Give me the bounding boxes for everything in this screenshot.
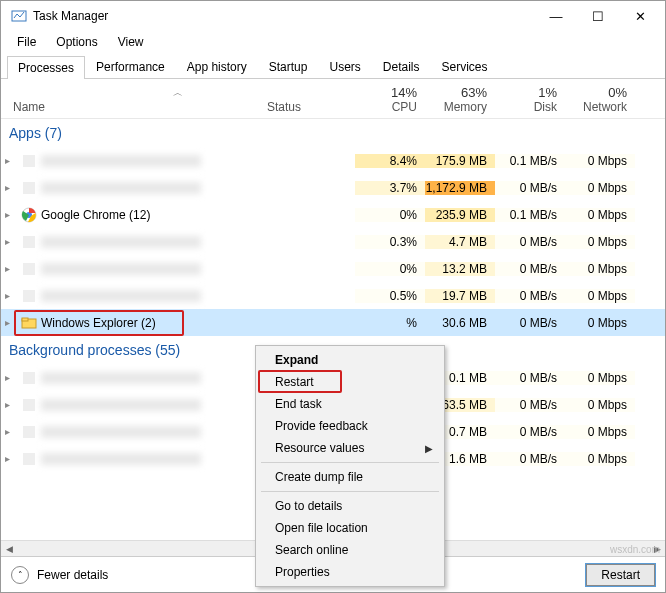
tab-details[interactable]: Details	[372, 55, 431, 78]
table-row[interactable]: ▸0%13.2 MB0 MB/s0 Mbps	[1, 255, 665, 282]
cell-memory: 1,172.9 MB	[425, 181, 495, 195]
cell-memory: 13.2 MB	[425, 262, 495, 276]
explorer-icon	[21, 315, 37, 331]
menu-item-provide-feedback[interactable]: Provide feedback	[259, 415, 441, 437]
generic-icon	[21, 180, 37, 196]
svg-rect-2	[23, 182, 35, 194]
process-name-blurred	[41, 426, 201, 438]
cell-network: 0 Mbps	[565, 262, 635, 276]
process-name-blurred	[41, 399, 201, 411]
chevron-right-icon[interactable]: ▸	[5, 399, 17, 410]
menu-item-end-task[interactable]: End task	[259, 393, 441, 415]
titlebar[interactable]: Task Manager — ☐ ✕	[1, 1, 665, 31]
generic-icon	[21, 370, 37, 386]
menu-item-expand[interactable]: Expand	[259, 349, 441, 371]
close-button[interactable]: ✕	[619, 2, 661, 30]
menu-item-properties[interactable]: Properties	[259, 561, 441, 583]
chevron-right-icon[interactable]: ▸	[5, 317, 17, 328]
column-network[interactable]: 0% Network	[565, 85, 635, 118]
table-row[interactable]: ▸0.3%4.7 MB0 MB/s0 Mbps	[1, 228, 665, 255]
cell-disk: 0.1 MB/s	[495, 154, 565, 168]
cell-network: 0 Mbps	[565, 425, 635, 439]
cell-cpu: 3.7%	[355, 181, 425, 195]
menu-item-go-to-details[interactable]: Go to details	[259, 495, 441, 517]
chevron-right-icon[interactable]: ▸	[5, 209, 17, 220]
svg-rect-6	[23, 263, 35, 275]
cell-cpu: 0%	[355, 262, 425, 276]
chevron-right-icon[interactable]: ▸	[5, 372, 17, 383]
column-status[interactable]: Status	[261, 100, 355, 118]
chevron-right-icon[interactable]: ▸	[5, 236, 17, 247]
tab-users[interactable]: Users	[318, 55, 371, 78]
cell-cpu: 0.5%	[355, 289, 425, 303]
submenu-arrow-icon: ▶	[425, 443, 433, 454]
chevron-right-icon[interactable]: ▸	[5, 290, 17, 301]
cell-disk: 0 MB/s	[495, 398, 565, 412]
menu-item-create-dump-file[interactable]: Create dump file	[259, 466, 441, 488]
chevron-right-icon[interactable]: ▸	[5, 182, 17, 193]
chevron-right-icon[interactable]: ▸	[5, 426, 17, 437]
table-row[interactable]: ▸Windows Explorer (2)%30.6 MB0 MB/s0 Mbp…	[1, 309, 665, 336]
table-row[interactable]: ▸0.5%19.7 MB0 MB/s0 Mbps	[1, 282, 665, 309]
fewer-details-button[interactable]: ˄ Fewer details	[11, 566, 108, 584]
maximize-button[interactable]: ☐	[577, 2, 619, 30]
menu-view[interactable]: View	[110, 33, 152, 51]
chevron-right-icon[interactable]: ▸	[5, 155, 17, 166]
cell-memory: 4.7 MB	[425, 235, 495, 249]
menu-item-open-file-location[interactable]: Open file location	[259, 517, 441, 539]
process-name-blurred	[41, 372, 201, 384]
process-name-blurred	[41, 453, 201, 465]
cell-network: 0 Mbps	[565, 208, 635, 222]
svg-rect-1	[23, 155, 35, 167]
chevron-right-icon[interactable]: ▸	[5, 263, 17, 274]
tab-services[interactable]: Services	[431, 55, 499, 78]
generic-icon	[21, 153, 37, 169]
generic-icon	[21, 397, 37, 413]
process-name-blurred	[41, 290, 201, 302]
table-row[interactable]: ▸3.7%1,172.9 MB0 MB/s0 Mbps	[1, 174, 665, 201]
app-icon	[11, 8, 27, 24]
column-memory[interactable]: 63% Memory	[425, 85, 495, 118]
tab-processes[interactable]: Processes	[7, 56, 85, 79]
svg-rect-12	[23, 426, 35, 438]
cell-memory: 30.6 MB	[425, 316, 495, 330]
process-name-blurred	[41, 236, 201, 248]
column-headers: Name ︿ Status 14% CPU 63% Memory 1% Disk…	[1, 79, 665, 119]
column-cpu[interactable]: 14% CPU	[355, 85, 425, 118]
column-name[interactable]: Name ︿	[1, 100, 261, 118]
cell-memory: 175.9 MB	[425, 154, 495, 168]
tab-app-history[interactable]: App history	[176, 55, 258, 78]
cell-disk: 0 MB/s	[495, 316, 565, 330]
table-row[interactable]: ▸8.4%175.9 MB0.1 MB/s0 Mbps	[1, 147, 665, 174]
context-menu: ExpandRestartEnd taskProvide feedbackRes…	[255, 345, 445, 587]
chevron-right-icon[interactable]: ▸	[5, 453, 17, 464]
svg-rect-7	[23, 290, 35, 302]
tabs: Processes Performance App history Startu…	[1, 53, 665, 79]
menubar: File Options View	[1, 31, 665, 53]
menu-options[interactable]: Options	[48, 33, 105, 51]
process-name: Google Chrome (12)	[41, 208, 150, 222]
restart-button[interactable]: Restart	[586, 564, 655, 586]
table-row[interactable]: ▸Google Chrome (12)0%235.9 MB0.1 MB/s0 M…	[1, 201, 665, 228]
process-name-blurred	[41, 155, 201, 167]
menu-file[interactable]: File	[9, 33, 44, 51]
cell-cpu: 0%	[355, 208, 425, 222]
minimize-button[interactable]: —	[535, 2, 577, 30]
tab-startup[interactable]: Startup	[258, 55, 319, 78]
generic-icon	[21, 288, 37, 304]
menu-item-restart[interactable]: Restart	[259, 371, 441, 393]
section-apps[interactable]: Apps (7)	[1, 119, 665, 147]
scroll-left-icon[interactable]: ◀	[1, 541, 17, 556]
column-disk[interactable]: 1% Disk	[495, 85, 565, 118]
cell-disk: 0.1 MB/s	[495, 208, 565, 222]
svg-rect-5	[23, 236, 35, 248]
menu-separator	[261, 462, 439, 463]
cell-network: 0 Mbps	[565, 235, 635, 249]
cell-disk: 0 MB/s	[495, 181, 565, 195]
menu-item-resource-values[interactable]: Resource values▶	[259, 437, 441, 459]
tab-performance[interactable]: Performance	[85, 55, 176, 78]
menu-item-search-online[interactable]: Search online	[259, 539, 441, 561]
window-title: Task Manager	[33, 9, 108, 23]
cell-network: 0 Mbps	[565, 371, 635, 385]
cell-network: 0 Mbps	[565, 289, 635, 303]
